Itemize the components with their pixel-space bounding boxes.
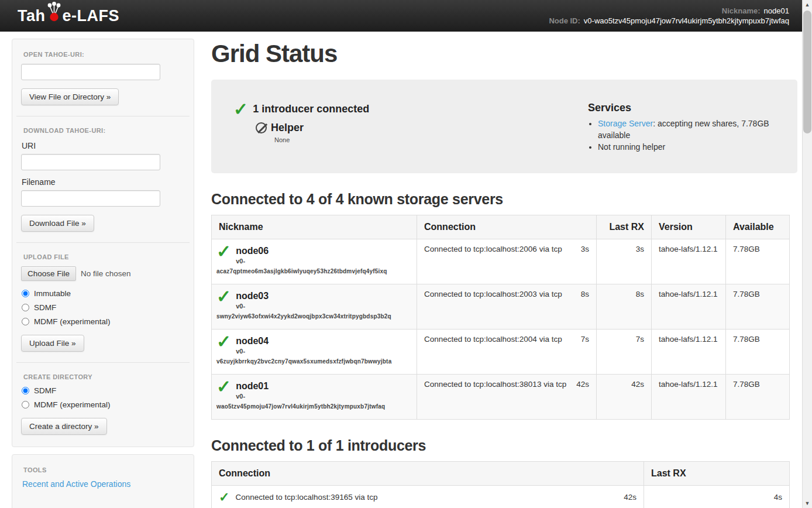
upload-format-immutable[interactable]: Immutable: [21, 289, 185, 298]
check-icon: ✓: [233, 101, 248, 118]
open-uri-label: OPEN TAHOE-URI:: [23, 51, 185, 58]
mkdir-format-sdmf-radio[interactable]: [22, 387, 29, 394]
helper-status-line: Helper: [256, 121, 369, 135]
column-header-last-rx: Last RX: [644, 462, 790, 486]
upload-file-button[interactable]: Upload File »: [21, 335, 84, 352]
introducer-row: ✓ Connected to tcp:localhost:39165 via t…: [212, 486, 790, 508]
service-item-helper: Not running helper: [598, 142, 780, 153]
mkdir-format-sdmf[interactable]: SDMF: [21, 386, 185, 395]
download-uri-section: DOWNLOAD TAHOE-URI: URI Filename Downloa…: [21, 127, 185, 232]
check-icon: ✓: [216, 378, 231, 400]
server-nickname: node06: [236, 245, 269, 256]
column-header-version: Version: [652, 215, 726, 239]
upload-format-immutable-radio[interactable]: [22, 290, 29, 297]
node-id-value: v0-wao5tzv45pmoju47jow7rvl4ukirjm5ytbh2k…: [584, 16, 789, 26]
helper-service-text: Not running helper: [598, 142, 665, 152]
connection-cell: Connected to tcp:localhost:2006 via tcp3…: [417, 239, 597, 284]
nickname-cell: ✓ node01 v0- wao5tzv45pmoju47jow7rvl4uki…: [212, 375, 417, 420]
sidebar: OPEN TAHOE-URI: View File or Directory »…: [12, 39, 194, 508]
server-id-hash: v6zuyjkbrrkqy2bvc2cny7qwax5sxumedsxfzfjw…: [216, 358, 412, 365]
scroll-down-arrow[interactable]: ▼: [803, 500, 812, 506]
server-id-prefix: v0-: [236, 393, 269, 400]
node-id-row: Node ID: v0-wao5tzv45pmoju47jow7rvl4ukir…: [549, 16, 789, 26]
last-rx-cell: 42s: [597, 375, 652, 420]
open-uri-input[interactable]: [21, 64, 160, 80]
column-header-available: Available: [726, 215, 790, 239]
view-file-button[interactable]: View File or Directory »: [21, 88, 119, 105]
mkdir-format-mdmf[interactable]: MDMF (experimental): [21, 400, 185, 409]
sidebar-forms-box: OPEN TAHOE-URI: View File or Directory »…: [12, 39, 194, 447]
recent-operations-link[interactable]: Recent and Active Operations: [22, 479, 130, 489]
file-chosen-status: No file chosen: [81, 269, 131, 278]
radio-label: Immutable: [34, 289, 71, 298]
nickname-cell: ✓ node04 v0- v6zuyjkbrrkqy2bvc2cny7qwax5…: [212, 329, 417, 375]
page-title: Grid Status: [211, 40, 797, 68]
storage-server-row: ✓ node06 v0- acaz7qptmeo6m3asjlgkb6iwlyu…: [212, 239, 790, 284]
create-directory-section: CREATE DIRECTORY SDMF MDMF (experimental…: [21, 373, 185, 435]
version-cell: tahoe-lafs/1.12.1: [652, 284, 726, 329]
tools-label: TOOLS: [23, 466, 185, 473]
page: Tah e-LAFS Nickname: node01: [0, 0, 802, 508]
available-cell: 7.78GB: [726, 239, 790, 284]
upload-format-mdmf[interactable]: MDMF (experimental): [21, 317, 185, 326]
sidebar-divider: [16, 362, 190, 363]
column-header-connection: Connection: [212, 462, 644, 486]
check-icon: ✓: [216, 288, 231, 310]
browser-viewport: Tah e-LAFS Nickname: node01: [0, 0, 812, 508]
choose-file-button[interactable]: Choose File: [21, 266, 76, 281]
download-uri-label: DOWNLOAD TAHOE-URI:: [23, 127, 185, 134]
server-id-hash: acaz7qptmeo6m3asjlgkb6iwlyuqey53hz26tbdm…: [216, 268, 412, 274]
column-header-last-rx: Last RX: [597, 215, 652, 239]
scroll-up-arrow[interactable]: ▲: [803, 2, 812, 8]
tahoe-node-icon: [46, 1, 62, 22]
filename-field-label: Filename: [22, 177, 185, 187]
connection-age: 3s: [581, 245, 589, 253]
create-directory-label: CREATE DIRECTORY: [23, 373, 185, 380]
grid-status-summary-well: ✓ 1 introducer connected Helper None Ser…: [211, 80, 797, 173]
sidebar-divider: [16, 116, 190, 116]
scrollbar-thumb[interactable]: [803, 11, 811, 133]
storage-servers-heading: Connected to 4 of 4 known storage server…: [211, 191, 797, 208]
node-id-label: Node ID:: [549, 16, 580, 26]
storage-server-row: ✓ node04 v0- v6zuyjkbrrkqy2bvc2cny7qwax5…: [212, 329, 790, 375]
logo-text-post: e-LAFS: [63, 7, 120, 25]
helper-title: Helper: [271, 121, 304, 135]
download-file-button[interactable]: Download File »: [21, 215, 94, 232]
vertical-scrollbar[interactable]: ▲ ▼: [802, 0, 812, 508]
check-icon: ✓: [219, 491, 229, 504]
last-rx-cell: 3s: [597, 239, 652, 284]
server-id-prefix: v0-: [236, 348, 269, 355]
column-header-connection: Connection: [417, 215, 597, 239]
nickname-cell: ✓ node06 v0- acaz7qptmeo6m3asjlgkb6iwlyu…: [212, 239, 417, 284]
last-rx-cell: 7s: [597, 329, 652, 375]
upload-format-sdmf[interactable]: SDMF: [21, 303, 185, 312]
connection-cell: Connected to tcp:localhost:2004 via tcp7…: [417, 329, 597, 375]
storage-server-row: ✓ node03 v0- swny2viyw63ofxwi4x2yykd2woq…: [212, 284, 790, 329]
helper-value: None: [274, 136, 369, 143]
create-directory-button[interactable]: Create a directory »: [21, 418, 107, 435]
connection-cell: ✓ Connected to tcp:localhost:39165 via t…: [212, 486, 644, 508]
download-uri-input[interactable]: [21, 154, 160, 170]
upload-file-label: UPLOAD FILE: [23, 253, 185, 260]
main-content: Grid Status ✓ 1 introducer connected Hel…: [211, 39, 797, 508]
radio-label: MDMF (experimental): [34, 317, 111, 326]
mkdir-format-mdmf-radio[interactable]: [22, 401, 29, 409]
top-header-bar: Tah e-LAFS Nickname: node01: [0, 0, 802, 32]
server-id-prefix: v0-: [236, 303, 269, 310]
last-rx-cell: 4s: [644, 486, 790, 508]
connection-text: Connected to tcp:localhost:39165 via tcp: [235, 493, 377, 502]
introducers-table: Connection Last RX ✓ Connected to tcp:lo…: [211, 461, 790, 508]
download-filename-input[interactable]: [21, 190, 160, 207]
nickname-row: Nickname: node01: [549, 6, 789, 16]
services-title: Services: [588, 102, 780, 114]
upload-format-sdmf-radio[interactable]: [22, 304, 29, 311]
version-cell: tahoe-lafs/1.12.1: [652, 375, 726, 420]
introducer-status-line: ✓ 1 introducer connected: [233, 102, 369, 118]
upload-format-mdmf-radio[interactable]: [22, 318, 29, 325]
connection-text: Connected to tcp:localhost:38013 via tcp: [424, 380, 566, 389]
tools-box: TOOLS Recent and Active Operations: [12, 454, 194, 508]
services-list: Storage Server: accepting new shares, 7.…: [588, 118, 780, 153]
storage-server-link[interactable]: Storage Server: [598, 119, 653, 128]
server-nickname: node04: [236, 335, 269, 346]
tahoe-lafs-logo: Tah e-LAFS: [18, 7, 119, 25]
